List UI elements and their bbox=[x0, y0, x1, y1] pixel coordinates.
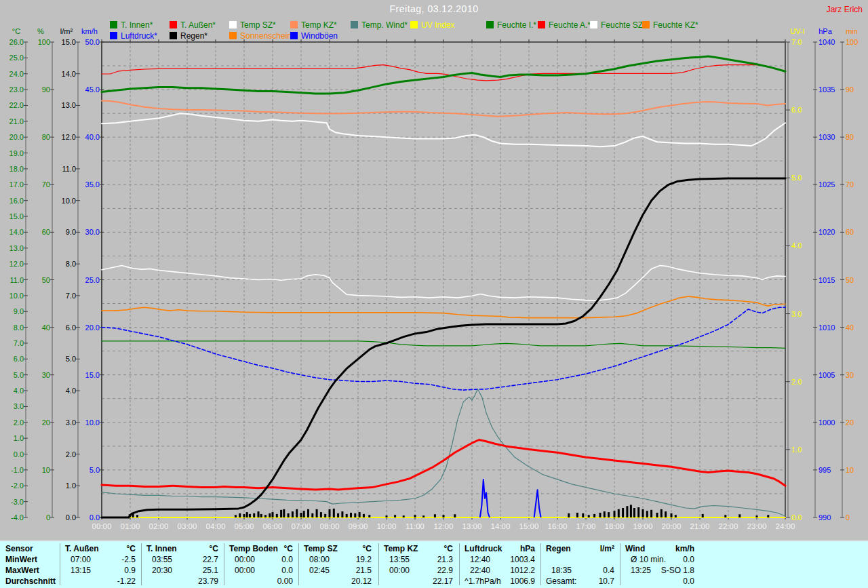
svg-text:01:00: 01:00 bbox=[121, 522, 140, 530]
svg-text:14.0: 14.0 bbox=[62, 70, 76, 78]
svg-text:1020: 1020 bbox=[818, 228, 835, 236]
weather-chart: °C26.025.024.023.022.021.020.019.018.017… bbox=[0, 0, 868, 541]
left-axis-c: °C26.025.024.023.022.021.020.019.018.017… bbox=[9, 27, 28, 522]
left-axis-km-h: km/h50.045.040.035.030.025.020.015.010.0… bbox=[81, 27, 104, 522]
svg-text:08:00: 08:00 bbox=[320, 522, 340, 530]
table-header-temp-boden: Temp Boden bbox=[229, 544, 278, 553]
svg-text:50.0: 50.0 bbox=[85, 38, 100, 46]
table-cell-value: -1.22 bbox=[117, 576, 136, 586]
table-cell-value: 23.79 bbox=[198, 576, 218, 586]
table-header-t-innen: T. Innen bbox=[146, 544, 177, 553]
table-cell-value: 0.0 bbox=[281, 566, 293, 575]
table-cell-time: Ø 10 min. bbox=[631, 555, 666, 564]
svg-text:21:00: 21:00 bbox=[690, 522, 710, 530]
x-axis-labels: 00:0001:0002:0003:0004:0005:0006:0007:00… bbox=[92, 522, 795, 530]
table-cell-value: 19.2 bbox=[356, 555, 372, 564]
svg-text:9.0: 9.0 bbox=[66, 228, 76, 236]
svg-text:4.0: 4.0 bbox=[14, 387, 24, 395]
table-cell-value: 0.4 bbox=[603, 566, 614, 575]
table-separator bbox=[540, 543, 541, 585]
rain-bars bbox=[129, 505, 770, 517]
table-cell-value: S-SO 1.8 bbox=[661, 566, 694, 575]
svg-text:19.0: 19.0 bbox=[9, 149, 24, 157]
svg-text:18.0: 18.0 bbox=[9, 165, 24, 173]
svg-text:90: 90 bbox=[42, 85, 50, 94]
svg-text:hPa: hPa bbox=[818, 27, 832, 35]
svg-text:15.0: 15.0 bbox=[62, 38, 76, 46]
svg-text:UV-I: UV-I bbox=[790, 27, 804, 35]
left-axis-l-m: l/m²15.014.013.012.011.010.09.08.07.06.0… bbox=[60, 27, 80, 522]
svg-text:1040: 1040 bbox=[818, 38, 835, 46]
svg-text:19:00: 19:00 bbox=[633, 522, 653, 530]
svg-text:1035: 1035 bbox=[818, 85, 835, 94]
table-separator bbox=[60, 543, 60, 585]
right-axis-min: min1009080706050403020100 bbox=[840, 27, 858, 522]
svg-text:20: 20 bbox=[42, 418, 50, 427]
table-separator bbox=[224, 543, 224, 585]
svg-text:17.0: 17.0 bbox=[9, 180, 24, 189]
svg-text:2.0: 2.0 bbox=[14, 418, 24, 427]
svg-text:7.0: 7.0 bbox=[14, 339, 24, 347]
svg-text:14:00: 14:00 bbox=[491, 522, 511, 530]
table-header-unit: °C bbox=[363, 544, 372, 553]
table-cell-time: 00:00 bbox=[389, 566, 410, 575]
svg-text:06:00: 06:00 bbox=[263, 522, 283, 530]
table-row-label: Sensor bbox=[5, 544, 33, 553]
statistics-table: SensorMinWertMaxWertDurchschnittT. Außen… bbox=[0, 541, 868, 588]
svg-text:°C: °C bbox=[12, 27, 20, 35]
svg-text:11:00: 11:00 bbox=[406, 522, 425, 530]
table-cell-value: 0.0 bbox=[281, 555, 293, 564]
svg-text:70: 70 bbox=[846, 180, 854, 189]
table-separator bbox=[141, 543, 142, 585]
table-cell-value: 22.7 bbox=[203, 555, 218, 564]
svg-text:5.0: 5.0 bbox=[66, 355, 76, 363]
table-header-unit: °C bbox=[127, 544, 136, 553]
table-separator bbox=[459, 543, 460, 585]
svg-text:30: 30 bbox=[42, 371, 50, 379]
table-separator bbox=[298, 543, 299, 585]
series-temp-wind bbox=[102, 389, 785, 516]
svg-text:1010: 1010 bbox=[818, 324, 835, 332]
svg-text:17:00: 17:00 bbox=[576, 522, 596, 530]
svg-text:10: 10 bbox=[846, 466, 854, 474]
svg-text:23.0: 23.0 bbox=[9, 85, 24, 94]
svg-text:1.0: 1.0 bbox=[14, 434, 24, 442]
table-cell-time: 02:45 bbox=[309, 566, 330, 575]
svg-text:-2.0: -2.0 bbox=[11, 482, 24, 490]
table-header-regen: Regen bbox=[546, 544, 571, 553]
svg-text:3.0: 3.0 bbox=[791, 310, 802, 318]
svg-text:03:00: 03:00 bbox=[178, 522, 197, 530]
svg-text:15.0: 15.0 bbox=[9, 212, 24, 220]
axis-scales: °C26.025.024.023.022.021.020.019.018.017… bbox=[9, 27, 859, 522]
table-header-unit: l/m² bbox=[600, 544, 614, 553]
svg-text:5.0: 5.0 bbox=[791, 174, 802, 182]
svg-text:50: 50 bbox=[846, 276, 854, 284]
svg-text:1.0: 1.0 bbox=[66, 482, 76, 490]
svg-text:16.0: 16.0 bbox=[9, 197, 24, 205]
table-header-unit: °C bbox=[444, 544, 453, 553]
svg-text:00:00: 00:00 bbox=[92, 522, 112, 530]
table-cell-time: 13:25 bbox=[631, 566, 651, 575]
svg-text:6.0: 6.0 bbox=[14, 355, 24, 363]
svg-text:35.0: 35.0 bbox=[85, 180, 100, 189]
table-cell-time: ^1.7hPa/h bbox=[465, 576, 501, 586]
table-separator bbox=[620, 543, 620, 585]
svg-text:24.0: 24.0 bbox=[9, 70, 24, 78]
table-row-label: MaxWert bbox=[5, 566, 39, 575]
svg-text:10.0: 10.0 bbox=[85, 418, 100, 427]
table-cell-value: 1006.9 bbox=[510, 576, 535, 586]
table-row-label: MinWert bbox=[5, 555, 37, 564]
svg-text:16:00: 16:00 bbox=[548, 522, 568, 530]
table-cell-value: 10.7 bbox=[599, 576, 614, 586]
table-cell-value: 0.0 bbox=[683, 555, 694, 564]
table-cell-value: 20.12 bbox=[351, 576, 372, 586]
table-header-luftdruck: Luftdruck bbox=[465, 544, 502, 553]
table-cell-value: 1012.2 bbox=[510, 566, 535, 575]
svg-text:100: 100 bbox=[38, 38, 50, 46]
table-cell-time: 00:00 bbox=[235, 555, 255, 564]
svg-text:26.0: 26.0 bbox=[9, 38, 24, 46]
svg-text:6.0: 6.0 bbox=[66, 324, 76, 332]
svg-text:990: 990 bbox=[818, 513, 831, 522]
table-cell-time: 03:55 bbox=[152, 555, 172, 564]
table-header-temp-kz: Temp KZ bbox=[384, 544, 418, 553]
